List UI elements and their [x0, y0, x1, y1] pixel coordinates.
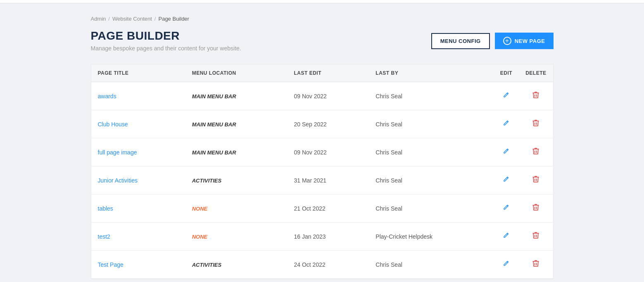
col-header-menu-location: MENU LOCATION	[185, 64, 288, 82]
cell-delete	[519, 110, 553, 138]
delete-icon	[532, 147, 539, 155]
cell-edit	[494, 251, 519, 279]
cell-edit	[494, 223, 519, 251]
menu-location-value: MAIN MENU BAR	[192, 121, 236, 128]
page-header-actions: MENU CONFIG + NEW PAGE	[431, 33, 554, 49]
menu-location-value: NONE	[192, 234, 208, 240]
menu-location-value: NONE	[192, 206, 208, 212]
cell-page-title: Club House	[91, 110, 185, 138]
delete-icon	[532, 119, 539, 127]
table-row: awards MAIN MENU BAR 09 Nov 2022 Chris S…	[91, 82, 553, 110]
cell-edit	[494, 82, 519, 110]
breadcrumb-admin[interactable]: Admin	[91, 16, 106, 22]
table-header-row: PAGE TITLE MENU LOCATION LAST EDIT LAST …	[91, 64, 553, 82]
cell-menu-location: MAIN MENU BAR	[185, 110, 288, 138]
cell-delete	[519, 82, 553, 110]
edit-icon	[503, 120, 509, 126]
delete-button[interactable]	[531, 230, 541, 243]
cell-edit	[494, 194, 519, 223]
delete-icon	[532, 175, 539, 183]
cell-last-edit: 21 Oct 2022	[287, 194, 369, 223]
page-title-link[interactable]: full page image	[98, 149, 137, 156]
delete-button[interactable]	[531, 202, 541, 215]
cell-last-by: Chris Seal	[369, 82, 493, 110]
col-header-page-title: PAGE TITLE	[91, 64, 185, 82]
cell-page-title: Test Page	[91, 251, 185, 279]
pages-table-wrapper: PAGE TITLE MENU LOCATION LAST EDIT LAST …	[91, 64, 554, 279]
cell-menu-location: MAIN MENU BAR	[185, 82, 288, 110]
edit-icon	[503, 148, 509, 154]
cell-last-by: Chris Seal	[369, 138, 493, 166]
cell-edit	[494, 166, 519, 194]
cell-page-title: Junior Activities	[91, 166, 185, 194]
menu-config-button[interactable]: MENU CONFIG	[431, 33, 490, 49]
cell-last-by: Chris Seal	[369, 194, 493, 223]
cell-last-edit: 24 Oct 2022	[287, 251, 369, 279]
cell-menu-location: NONE	[185, 223, 288, 251]
page-title-link[interactable]: Test Page	[98, 261, 124, 268]
col-header-last-by: LAST BY	[369, 64, 493, 82]
edit-button[interactable]	[501, 174, 511, 186]
cell-menu-location: ACTIVITIES	[185, 251, 288, 279]
table-row: test2 NONE 16 Jan 2023 Play-Cricket Help…	[91, 223, 553, 251]
edit-button[interactable]	[501, 258, 511, 270]
edit-button[interactable]	[501, 146, 511, 158]
col-header-delete: DELETE	[519, 64, 553, 82]
cell-page-title: tables	[91, 194, 185, 223]
cell-delete	[519, 166, 553, 194]
edit-button[interactable]	[501, 90, 511, 102]
edit-button[interactable]	[501, 118, 511, 130]
cell-page-title: awards	[91, 82, 185, 110]
page-title: PAGE BUILDER	[91, 29, 241, 43]
menu-location-value: ACTIVITIES	[192, 178, 222, 184]
edit-icon	[503, 92, 509, 98]
cell-last-edit: 31 Mar 2021	[287, 166, 369, 194]
edit-icon	[503, 232, 509, 239]
col-header-edit: EDIT	[494, 64, 519, 82]
new-page-button[interactable]: + NEW PAGE	[495, 33, 554, 49]
cell-page-title: test2	[91, 223, 185, 251]
breadcrumb-current: Page Builder	[158, 16, 189, 22]
cell-page-title: full page image	[91, 138, 185, 166]
breadcrumb: Admin / Website Content / Page Builder	[91, 16, 554, 22]
cell-delete	[519, 223, 553, 251]
menu-location-value: ACTIVITIES	[192, 262, 222, 268]
page-title-link[interactable]: Club House	[98, 121, 128, 128]
delete-icon	[532, 232, 539, 239]
page-title-link[interactable]: awards	[98, 93, 116, 100]
cell-menu-location: ACTIVITIES	[185, 166, 288, 194]
table-row: full page image MAIN MENU BAR 09 Nov 202…	[91, 138, 553, 166]
page-title-link[interactable]: test2	[98, 233, 110, 240]
cell-menu-location: NONE	[185, 194, 288, 223]
delete-button[interactable]	[531, 90, 541, 102]
edit-button[interactable]	[501, 202, 511, 214]
page-title-link[interactable]: tables	[98, 205, 113, 212]
edit-button[interactable]	[501, 230, 511, 242]
cell-edit	[494, 138, 519, 166]
pages-table: PAGE TITLE MENU LOCATION LAST EDIT LAST …	[91, 64, 553, 279]
cell-last-edit: 09 Nov 2022	[287, 82, 369, 110]
cell-last-by: Chris Seal	[369, 166, 493, 194]
delete-button[interactable]	[531, 258, 541, 271]
cell-edit	[494, 110, 519, 138]
table-row: Junior Activities ACTIVITIES 31 Mar 2021…	[91, 166, 553, 194]
cell-last-edit: 16 Jan 2023	[287, 223, 369, 251]
delete-icon	[532, 260, 539, 267]
page-header: PAGE BUILDER Manage bespoke pages and th…	[91, 29, 554, 52]
table-row: Test Page ACTIVITIES 24 Oct 2022 Chris S…	[91, 251, 553, 279]
delete-button[interactable]	[531, 118, 541, 130]
cell-last-edit: 20 Sep 2022	[287, 110, 369, 138]
delete-button[interactable]	[531, 174, 541, 187]
col-header-last-edit: LAST EDIT	[287, 64, 369, 82]
cell-delete	[519, 194, 553, 223]
edit-icon	[503, 260, 509, 267]
page-subtitle: Manage bespoke pages and their content f…	[91, 45, 241, 52]
breadcrumb-website-content[interactable]: Website Content	[112, 16, 152, 22]
menu-location-value: MAIN MENU BAR	[192, 149, 236, 156]
page-title-link[interactable]: Junior Activities	[98, 177, 138, 184]
cell-menu-location: MAIN MENU BAR	[185, 138, 288, 166]
plus-icon: +	[503, 37, 511, 45]
new-page-label: NEW PAGE	[515, 38, 545, 44]
menu-location-value: MAIN MENU BAR	[192, 93, 236, 100]
delete-button[interactable]	[531, 146, 541, 159]
